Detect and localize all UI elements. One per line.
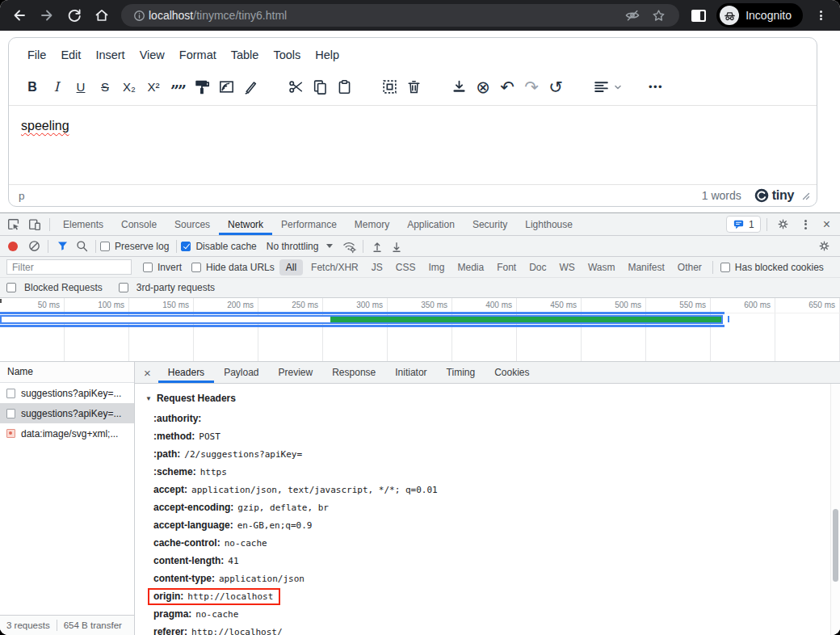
resource-type-filter[interactable]: Other [671, 259, 708, 275]
cancel-icon[interactable]: ⊗ [471, 75, 495, 99]
devtools-tab[interactable]: Sources [166, 213, 219, 235]
back-icon[interactable] [6, 2, 32, 28]
image-frame-icon[interactable] [214, 75, 238, 99]
invert-checkbox[interactable] [143, 263, 153, 272]
request-headers-section[interactable]: ▼ Request Headers [135, 391, 830, 406]
redo-icon[interactable]: ↷ [519, 75, 544, 99]
details-tab[interactable]: Response [322, 362, 385, 383]
tiny-logo[interactable]: tiny [754, 188, 794, 203]
editor-menu-item[interactable]: Edit [53, 44, 88, 65]
bookmark-star-icon[interactable] [645, 2, 671, 28]
bold-button[interactable]: B [20, 75, 44, 99]
resource-type-filter[interactable]: Media [451, 259, 490, 275]
devtools-tab[interactable]: Console [112, 213, 166, 235]
devtools-tab[interactable]: Network [219, 213, 272, 235]
resource-type-filter[interactable]: All [279, 259, 303, 275]
name-column-header[interactable]: Name [0, 362, 134, 383]
network-request-row[interactable]: suggestions?apiKey=... [0, 383, 134, 403]
devtools-tab[interactable]: Elements [54, 213, 112, 235]
subscript-button[interactable]: X₂ [117, 75, 141, 99]
inspect-element-icon[interactable] [3, 214, 24, 235]
throttling-dropdown[interactable]: No throttling [267, 241, 334, 252]
editor-menu-item[interactable]: Table [224, 44, 267, 65]
cut-scissors-icon[interactable] [284, 75, 308, 99]
editor-menu-item[interactable]: File [20, 44, 53, 65]
delete-trash-icon[interactable] [401, 75, 426, 99]
copy-icon[interactable] [308, 75, 332, 99]
resource-type-filter[interactable]: Font [490, 259, 523, 275]
headers-content[interactable]: ▼ Request Headers :authority: [135, 384, 830, 635]
details-tab[interactable]: Initiator [385, 362, 436, 383]
devtools-tab[interactable]: Security [464, 213, 516, 235]
devtools-tab[interactable]: Performance [272, 213, 346, 235]
paste-clipboard-icon[interactable] [332, 75, 356, 99]
filter-funnel-icon[interactable] [52, 237, 72, 256]
editor-menu-item[interactable]: Insert [88, 44, 132, 65]
network-overview[interactable]: 50 ms 100 ms 150 ms 200 ms 250 ms 300 ms… [0, 298, 840, 362]
devtools-tab[interactable]: Lighthouse [516, 213, 582, 235]
editor-menu-item[interactable]: Format [172, 44, 224, 65]
forward-icon[interactable] [34, 2, 60, 28]
details-tab[interactable]: Payload [214, 362, 268, 383]
scrollbar-track[interactable] [830, 384, 840, 635]
blockquote-button[interactable]: ”” [166, 75, 190, 99]
filter-input[interactable] [6, 259, 132, 275]
network-request-row[interactable]: data:image/svg+xml;... [0, 423, 134, 444]
chevron-down-icon[interactable] [613, 82, 623, 92]
devtools-tab[interactable]: Memory [346, 213, 398, 235]
more-options-button[interactable]: ••• [644, 75, 668, 99]
export-har-icon[interactable] [387, 237, 406, 256]
preserve-log-checkbox[interactable] [100, 242, 110, 251]
address-bar[interactable]: localhost/tinymce/tiny6.html [121, 4, 679, 27]
undo-icon[interactable]: ↶ [495, 75, 519, 99]
resource-type-filter[interactable]: Wasm [582, 259, 622, 275]
details-tab[interactable]: Headers [158, 362, 214, 383]
browser-menu-icon[interactable] [808, 2, 834, 28]
search-icon[interactable] [72, 237, 91, 256]
editor-menu-item[interactable]: View [132, 44, 172, 65]
resource-type-filter[interactable]: WS [553, 259, 582, 275]
details-close-icon[interactable]: × [136, 366, 158, 380]
word-count[interactable]: 1 words [702, 189, 741, 202]
resource-type-filter[interactable]: Manifest [621, 259, 670, 275]
clear-icon[interactable] [24, 237, 44, 256]
resource-type-filter[interactable]: Fetch/XHR [304, 259, 365, 275]
details-tab[interactable]: Cookies [485, 362, 539, 383]
blocked-requests-checkbox[interactable] [6, 283, 16, 292]
devtools-tab[interactable]: Application [398, 213, 464, 235]
element-path[interactable]: p [19, 190, 25, 202]
restore-draft-icon[interactable]: ↺ [544, 75, 568, 99]
disable-cache-checkbox[interactable] [181, 242, 191, 251]
editor-content[interactable]: speeling [9, 106, 817, 184]
superscript-button[interactable]: X² [141, 75, 166, 99]
editor-menu-item[interactable]: Tools [266, 44, 308, 65]
network-settings-gear-icon[interactable] [814, 237, 834, 256]
scrollbar-thumb[interactable] [833, 509, 838, 582]
underline-button[interactable]: U [69, 75, 93, 99]
italic-button[interactable]: I [44, 75, 69, 99]
editor-menu-item[interactable]: Help [308, 44, 346, 65]
home-icon[interactable] [89, 2, 115, 28]
third-party-checkbox[interactable] [119, 283, 128, 292]
devtools-close-icon[interactable]: × [818, 217, 835, 232]
network-request-row[interactable]: suggestions?apiKey=... [0, 403, 134, 423]
resource-type-filter[interactable]: CSS [389, 259, 422, 275]
select-all-icon[interactable] [377, 75, 401, 99]
hide-data-urls-checkbox[interactable] [191, 263, 201, 272]
details-tab[interactable]: Preview [269, 362, 323, 383]
misspelled-word[interactable]: speeling [21, 119, 69, 132]
resource-type-filter[interactable]: JS [365, 259, 389, 275]
resource-type-filter[interactable]: Img [422, 259, 451, 275]
eye-slash-icon[interactable] [620, 2, 645, 28]
align-left-icon[interactable] [589, 75, 613, 99]
import-har-icon[interactable] [368, 237, 387, 256]
reload-icon[interactable] [61, 2, 87, 28]
side-panel-icon[interactable] [686, 2, 712, 28]
devtools-menu-icon[interactable] [796, 214, 817, 235]
has-blocked-cookies-checkbox[interactable] [720, 263, 730, 272]
network-conditions-icon[interactable] [339, 237, 359, 256]
device-toolbar-icon[interactable] [24, 214, 45, 235]
resize-grip[interactable] [800, 191, 810, 200]
record-button[interactable] [8, 242, 18, 251]
resource-type-filter[interactable]: Doc [523, 259, 552, 275]
